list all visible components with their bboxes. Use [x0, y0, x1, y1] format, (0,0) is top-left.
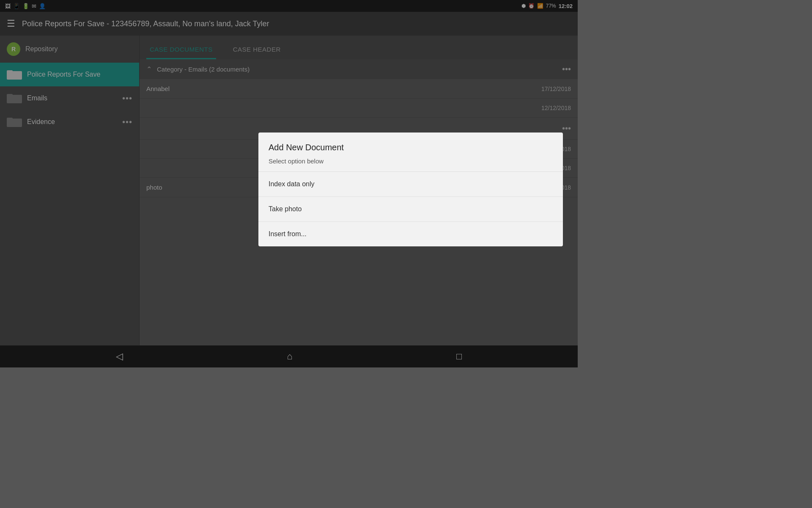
modal-subtitle: Select option below	[258, 156, 563, 171]
modal-option-index-data[interactable]: Index data only	[258, 172, 563, 197]
modal-title: Add New Document	[258, 133, 563, 156]
modal-option-take-photo[interactable]: Take photo	[258, 197, 563, 222]
add-document-modal: Add New Document Select option below Ind…	[258, 133, 563, 246]
modal-option-insert-from[interactable]: Insert from...	[258, 222, 563, 246]
